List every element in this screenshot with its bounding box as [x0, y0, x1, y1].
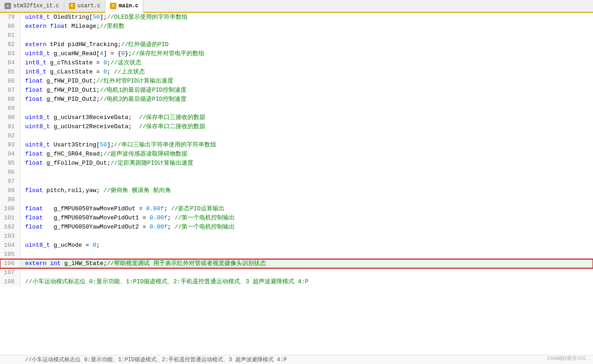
line-content: float g_fMPU6050YawMovePidOut = 0.00f; /…: [21, 204, 224, 213]
line-number: 84: [0, 58, 21, 68]
line-content: uint8_t OledString[50];//OLED显示使用的字符串数组: [21, 13, 187, 22]
tab-usart-label: usart.c: [78, 3, 100, 9]
line-number: 105: [0, 250, 21, 259]
code-line-100: 100float g_fMPU6050YawMovePidOut = 0.00f…: [0, 204, 593, 213]
line-number: 89: [0, 104, 21, 113]
line-number: 86: [0, 77, 21, 86]
line-number: 79: [0, 13, 21, 22]
line-content: int8_t g_cThisState = 0;//这次状态: [21, 58, 141, 68]
line-number: 103: [0, 232, 21, 241]
code-line-91: 91uint8_t g_ucUsart2ReceiveData; //保存串口二…: [0, 122, 593, 131]
code-line-88: 88float g_fHW_PID_Out2;//电机2的最后循迹PID控制速度: [0, 95, 593, 104]
line-content: //小车运动模式标志位 0:显示功能、1:PID循迹模式、2:手机遥控普通运动模…: [21, 277, 308, 286]
tab-stm32[interactable]: ⚙ stm32f1xx_it.c: [0, 0, 64, 12]
line-content: uint8_t Usart3String[50];//串口三输出字符串使用的字符…: [21, 140, 216, 150]
line-number: 102: [0, 223, 21, 232]
code-line-104: 104uint8_t g_ucMode = 0;: [0, 241, 593, 250]
code-line-82: 82extern tPid pidHW_Tracking;//红外循迹的PID: [0, 40, 593, 49]
line-number: 88: [0, 95, 21, 104]
code-line-89: 89: [0, 104, 593, 113]
main-tab-icon: C: [110, 3, 116, 9]
code-line-83: 83uint8_t g_ucaHW_Read[4] = {0};//保存红外对管…: [0, 49, 593, 58]
code-line-105: 105: [0, 250, 593, 259]
line-content: int8_t g_cLastState = 0; //上次状态: [21, 68, 145, 77]
bottom-bar: //小车运动模式标志位 0:显示功能、1:PID循迹模式、2:手机遥控普通运动模…: [0, 355, 593, 364]
line-content: float pitch,roll,yaw; //俯仰角 横滚角 航向角: [21, 186, 171, 195]
bottom-partial-text: //小车运动模式标志位 0:显示功能、1:PID循迹模式、2:手机遥控普通运动模…: [25, 356, 287, 364]
tab-main[interactable]: C main.c: [105, 0, 143, 13]
usart-tab-icon: C: [69, 3, 75, 9]
code-area: 79uint8_t OledString[50];//OLED显示使用的字符串数…: [0, 13, 593, 355]
code-line-93: 93uint8_t Usart3String[50];//串口三输出字符串使用的…: [0, 140, 593, 150]
line-number: 106: [0, 259, 21, 268]
line-number: 107: [0, 268, 21, 277]
line-number: 94: [0, 150, 21, 159]
line-number: 92: [0, 131, 21, 140]
code-line-103: 103: [0, 232, 593, 241]
line-content: float g_fHW_PID_Out2;//电机2的最后循迹PID控制速度: [21, 95, 187, 104]
line-number: 99: [0, 195, 21, 204]
code-line-95: 95float g_fFollow_PID_Out;//定距离跟随PID计算输出…: [0, 159, 593, 168]
code-line-96: 96: [0, 168, 593, 177]
line-content: extern float Mileage;//里程数: [21, 22, 125, 31]
line-number: 93: [0, 140, 21, 150]
code-line-108: 108//小车运动模式标志位 0:显示功能、1:PID循迹模式、2:手机遥控普通…: [0, 277, 593, 286]
line-number: 100: [0, 204, 21, 213]
code-line-92: 92: [0, 131, 593, 140]
line-content: float g_fHC_SR04_Read;//超声波传感器读取障碍物数据: [21, 150, 187, 159]
code-line-80: 80extern float Mileage;//里程数: [0, 22, 593, 31]
line-number: 96: [0, 168, 21, 177]
line-number: 80: [0, 22, 21, 31]
line-content: uint8_t g_ucMode = 0;: [21, 241, 100, 250]
code-line-98: 98float pitch,roll,yaw; //俯仰角 横滚角 航向角: [0, 186, 593, 195]
line-number: 91: [0, 122, 21, 131]
line-number: 104: [0, 241, 21, 250]
line-content: float g_fHW_PID_Out1;//电机1的最后循迹PID控制速度: [21, 86, 187, 95]
line-content: uint8_t g_ucUsart3ReceiveData; //保存串口三接收…: [21, 113, 205, 122]
line-number: 97: [0, 177, 21, 186]
line-number: 101: [0, 213, 21, 223]
line-content: uint8_t g_ucUsart2ReceiveData; //保存串口二接收…: [21, 122, 205, 131]
line-content: extern tPid pidHW_Tracking;//红外循迹的PID: [21, 40, 169, 49]
editor-container: ⚙ stm32f1xx_it.c C usart.c C main.c 79ui…: [0, 0, 593, 364]
code-line-85: 85int8_t g_cLastState = 0; //上次状态: [0, 68, 593, 77]
code-line-84: 84int8_t g_cThisState = 0;//这次状态: [0, 58, 593, 68]
line-content: float g_fFollow_PID_Out;//定距离跟随PID计算输出速度: [21, 159, 193, 168]
stm32-tab-icon: ⚙: [5, 3, 11, 9]
line-content: float g_fMPU6050YawMovePidOut2 = 0.00f; …: [21, 223, 235, 232]
code-line-79: 79uint8_t OledString[50];//OLED显示使用的字符串数…: [0, 13, 593, 22]
watermark: CSDN@好家伙VCC: [547, 355, 586, 362]
tab-bar: ⚙ stm32f1xx_it.c C usart.c C main.c: [0, 0, 593, 13]
line-content: extern int g_lHW_State;//帮助视觉调试 用于表示红外对管…: [21, 259, 266, 268]
code-lines[interactable]: 79uint8_t OledString[50];//OLED显示使用的字符串数…: [0, 13, 593, 355]
line-content: float g_fMPU6050YawMovePidOut1 = 0.00f; …: [21, 213, 235, 223]
line-number: 82: [0, 40, 21, 49]
tab-main-label: main.c: [119, 3, 138, 9]
line-number: 85: [0, 68, 21, 77]
tab-stm32-label: stm32f1xx_it.c: [13, 3, 59, 9]
line-content: uint8_t g_ucaHW_Read[4] = {0};//保存红外对管电平…: [21, 49, 204, 58]
line-number: 90: [0, 113, 21, 122]
line-number: 83: [0, 49, 21, 58]
code-line-99: 99: [0, 195, 593, 204]
code-line-81: 81: [0, 31, 593, 40]
code-line-87: 87float g_fHW_PID_Out1;//电机1的最后循迹PID控制速度: [0, 86, 593, 95]
code-line-90: 90uint8_t g_ucUsart3ReceiveData; //保存串口三…: [0, 113, 593, 122]
code-line-107: 107: [0, 268, 593, 277]
line-number: 108: [0, 277, 21, 286]
line-content: float g_fHW_PID_Out;//红外对管PID计算输出速度: [21, 77, 173, 86]
tab-usart[interactable]: C usart.c: [64, 0, 105, 12]
code-line-97: 97: [0, 177, 593, 186]
code-line-101: 101float g_fMPU6050YawMovePidOut1 = 0.00…: [0, 213, 593, 223]
line-number: 81: [0, 31, 21, 40]
line-number: 98: [0, 186, 21, 195]
code-line-86: 86float g_fHW_PID_Out;//红外对管PID计算输出速度: [0, 77, 593, 86]
code-line-106: 106extern int g_lHW_State;//帮助视觉调试 用于表示红…: [0, 259, 593, 268]
code-line-94: 94float g_fHC_SR04_Read;//超声波传感器读取障碍物数据: [0, 150, 593, 159]
code-line-102: 102float g_fMPU6050YawMovePidOut2 = 0.00…: [0, 223, 593, 232]
line-number: 95: [0, 159, 21, 168]
line-number: 87: [0, 86, 21, 95]
